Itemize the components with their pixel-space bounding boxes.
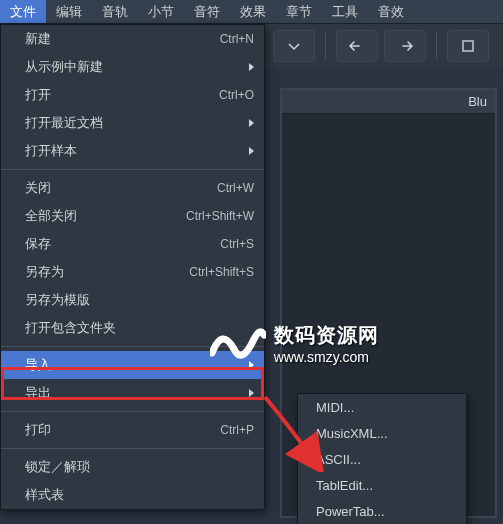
mi-shortcut: Ctrl+P [220, 423, 254, 437]
mi-shortcut: Ctrl+W [217, 181, 254, 195]
mi-save[interactable]: 保存 Ctrl+S [1, 230, 264, 258]
menu-separator [1, 346, 264, 347]
mi-label: 打开样本 [25, 142, 241, 160]
mi-open[interactable]: 打开 Ctrl+O [1, 81, 264, 109]
submenu-midi[interactable]: MIDI... [298, 394, 466, 420]
mi-lock-unlock[interactable]: 锁定／解琐 [1, 453, 264, 481]
mi-label: 另存为模版 [25, 291, 254, 309]
undo-button[interactable] [336, 30, 378, 62]
mi-open-containing-folder[interactable]: 打开包含文件夹 [1, 314, 264, 342]
mi-label: 打开 [25, 86, 199, 104]
redo-icon [396, 39, 414, 53]
mi-print[interactable]: 打印 Ctrl+P [1, 416, 264, 444]
mi-new[interactable]: 新建 Ctrl+N [1, 25, 264, 53]
submenu-arrow-icon [249, 389, 254, 397]
menu-section[interactable]: 章节 [276, 0, 322, 23]
mi-label: 全部关闭 [25, 207, 166, 225]
mi-label: 打印 [25, 421, 200, 439]
mi-label: 样式表 [25, 486, 254, 504]
mi-shortcut: Ctrl+Shift+S [189, 265, 254, 279]
chevron-down-icon [287, 39, 301, 53]
toolbar [265, 24, 503, 68]
redo-button[interactable] [384, 30, 426, 62]
submenu-arrow-icon [249, 361, 254, 369]
submenu-ascii[interactable]: ASCII... [298, 446, 466, 472]
submenu-arrow-icon [249, 63, 254, 71]
mi-shortcut: Ctrl+N [220, 32, 254, 46]
mi-label: 导入 [25, 356, 241, 374]
mi-label: 导出 [25, 384, 241, 402]
mi-stylesheet[interactable]: 样式表 [1, 481, 264, 509]
menu-sound[interactable]: 音效 [368, 0, 414, 23]
submenu-tabledit[interactable]: TablEdit... [298, 472, 466, 498]
svg-rect-0 [463, 41, 473, 51]
menu-bar[interactable]: 小节 [138, 0, 184, 23]
mi-shortcut: Ctrl+O [219, 88, 254, 102]
menu-separator [1, 448, 264, 449]
mi-label: 保存 [25, 235, 200, 253]
square-icon [461, 39, 475, 53]
menu-file[interactable]: 文件 [0, 0, 46, 23]
mi-label: MusicXML... [316, 426, 456, 441]
import-submenu: MIDI... MusicXML... ASCII... TablEdit...… [297, 393, 467, 524]
mi-shortcut: Ctrl+Shift+W [186, 209, 254, 223]
mi-label: 锁定／解琐 [25, 458, 254, 476]
mi-export[interactable]: 导出 [1, 379, 264, 407]
menu-note[interactable]: 音符 [184, 0, 230, 23]
mi-import[interactable]: 导入 [1, 351, 264, 379]
mi-shortcut: Ctrl+S [220, 237, 254, 251]
menu-effect[interactable]: 效果 [230, 0, 276, 23]
mi-label: ASCII... [316, 452, 456, 467]
mi-new-from-sample[interactable]: 从示例中新建 [1, 53, 264, 81]
submenu-powertab[interactable]: PowerTab... [298, 498, 466, 524]
mi-label: 打开包含文件夹 [25, 319, 254, 337]
mi-save-as[interactable]: 另存为 Ctrl+Shift+S [1, 258, 264, 286]
menu-edit[interactable]: 编辑 [46, 0, 92, 23]
mi-close[interactable]: 关闭 Ctrl+W [1, 174, 264, 202]
mi-label: MIDI... [316, 400, 456, 415]
menu-track[interactable]: 音轨 [92, 0, 138, 23]
mi-close-all[interactable]: 全部关闭 Ctrl+Shift+W [1, 202, 264, 230]
toolbar-separator [436, 32, 437, 60]
mi-label: 关闭 [25, 179, 197, 197]
mi-label: 从示例中新建 [25, 58, 241, 76]
menu-tools[interactable]: 工具 [322, 0, 368, 23]
file-dropdown: 新建 Ctrl+N 从示例中新建 打开 Ctrl+O 打开最近文档 打开样本 关… [0, 24, 265, 510]
menubar: 文件 编辑 音轨 小节 音符 效果 章节 工具 音效 [0, 0, 503, 24]
mi-open-recent[interactable]: 打开最近文档 [1, 109, 264, 137]
submenu-arrow-icon [249, 147, 254, 155]
mi-label: 打开最近文档 [25, 114, 241, 132]
mi-label: 另存为 [25, 263, 169, 281]
toolbar-separator [325, 32, 326, 60]
mi-label: 新建 [25, 30, 200, 48]
tool-btn-extra[interactable] [447, 30, 489, 62]
menu-separator [1, 169, 264, 170]
mi-label: PowerTab... [316, 504, 456, 519]
mi-open-sample[interactable]: 打开样本 [1, 137, 264, 165]
mi-label: TablEdit... [316, 478, 456, 493]
menu-separator [1, 411, 264, 412]
tool-btn-generic[interactable] [273, 30, 315, 62]
right-panel-header: Blu [282, 90, 495, 114]
submenu-musicxml[interactable]: MusicXML... [298, 420, 466, 446]
undo-icon [348, 39, 366, 53]
mi-save-as-template[interactable]: 另存为模版 [1, 286, 264, 314]
submenu-arrow-icon [249, 119, 254, 127]
